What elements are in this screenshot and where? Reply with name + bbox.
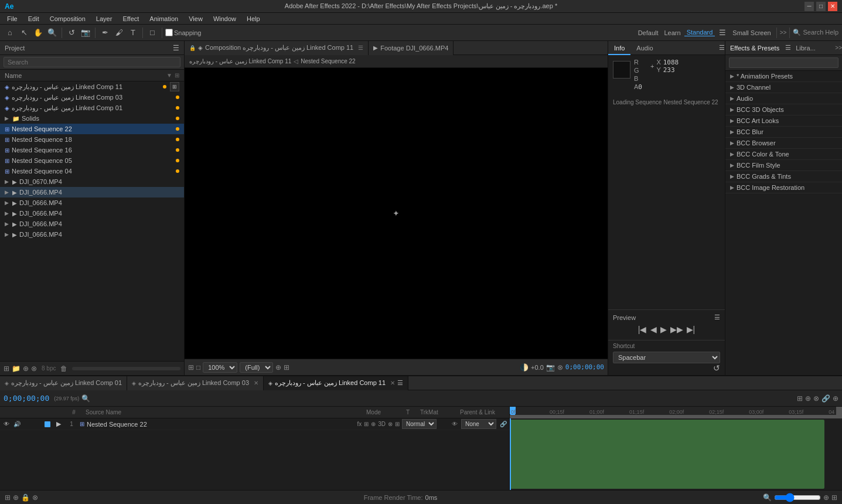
viewer-roi-btn[interactable]: □: [196, 363, 200, 372]
viewer-tab-comp-close[interactable]: ☰: [358, 45, 363, 51]
project-item-dji0666-2[interactable]: ▶ ▶ DJI_0666.MP4: [0, 208, 184, 219]
tl-footer-btn-4[interactable]: ⊗: [32, 493, 38, 502]
tl-search-btn[interactable]: 🔍: [81, 394, 90, 403]
viewer-exposure-btn[interactable]: 🌓: [520, 363, 529, 372]
layer-name-0[interactable]: Nested Sequence 22: [87, 421, 354, 428]
preview-play-btn[interactable]: ▶: [660, 325, 667, 334]
layer-vis-0[interactable]: 👁: [2, 420, 11, 428]
layer-solo-0[interactable]: [23, 420, 32, 428]
hand-tool[interactable]: ✋: [32, 26, 45, 39]
shortcut-select[interactable]: Spacebar: [613, 352, 720, 363]
project-item-2[interactable]: ◈ زمین عباس - رودبارچره Linked Comp 01: [0, 103, 184, 113]
viewer-tab-comp[interactable]: 🔒 ◈ Composition زمین عباس - رودبارچره Li…: [185, 41, 369, 55]
preview-fwd-btn[interactable]: ▶▶: [670, 325, 683, 334]
project-item-ns04[interactable]: ⊞ Nested Sequence 04: [0, 166, 184, 176]
project-deps[interactable]: ⊗: [31, 365, 37, 373]
effects-expand-btn[interactable]: >>: [835, 45, 842, 51]
tl-expand-btn[interactable]: ⊞: [831, 493, 837, 502]
tl-footer-btn-2[interactable]: ⊕: [13, 493, 19, 502]
pen-tool[interactable]: ✒: [98, 26, 111, 39]
effects-cat-3d[interactable]: ▶ 3D Channel: [725, 82, 842, 93]
close-button[interactable]: ✕: [828, 2, 837, 11]
menu-composition[interactable]: Composition: [45, 14, 90, 23]
tl-tool-5[interactable]: ⊕: [833, 394, 838, 403]
layer-effects-0[interactable]: fx: [357, 421, 362, 427]
project-item-dji0670[interactable]: ▶ ▶ DJI_0670.MP4: [0, 176, 184, 187]
project-search-input[interactable]: [4, 57, 180, 67]
layer-adj-0[interactable]: ⊕: [371, 421, 376, 427]
layer-audio-0[interactable]: 🔊: [13, 420, 21, 428]
workspace-menu[interactable]: ☰: [716, 26, 729, 39]
rotate-tool[interactable]: ↺: [65, 26, 78, 39]
effects-cat-bccbrowser[interactable]: ▶ BCC Browser: [725, 138, 842, 149]
layer-expand-0[interactable]: ▶: [54, 420, 63, 428]
menu-animation[interactable]: Animation: [145, 14, 183, 23]
project-new-comp[interactable]: ⊞: [4, 365, 9, 373]
menu-edit[interactable]: Edit: [23, 14, 44, 23]
quality-select[interactable]: (Full) (Half): [240, 362, 273, 373]
viewer-grid-btn[interactable]: ⊞: [284, 363, 289, 372]
expand-btn[interactable]: >>: [780, 29, 787, 36]
project-item-ns05[interactable]: ⊞ Nested Sequence 05: [0, 155, 184, 166]
effects-cat-bccart[interactable]: ▶ BCC Art Looks: [725, 115, 842, 127]
workspace-standard[interactable]: Standard: [684, 29, 715, 36]
timeline-tab-2[interactable]: ◈ زمین عباس - رودبارچره Linked Comp 11 ✕…: [264, 376, 408, 390]
effects-cat-bccgrads[interactable]: ▶ BCC Grads & Tints: [725, 171, 842, 182]
tl-tool-2[interactable]: ⊕: [805, 394, 811, 403]
layer-label-0[interactable]: [45, 421, 50, 427]
effects-tab-library[interactable]: Libra...: [791, 41, 820, 55]
menu-help[interactable]: Help: [242, 14, 265, 23]
info-tab-audio[interactable]: Audio: [630, 41, 659, 55]
timeline-tab-0[interactable]: ◈ زمین عباس - رودبارچره Linked Comp 01: [0, 376, 127, 390]
home-button[interactable]: ⌂: [4, 26, 16, 39]
maximize-button[interactable]: □: [816, 2, 826, 11]
viewer-view-btn[interactable]: ⊕: [275, 363, 281, 372]
project-item-1[interactable]: ◈ زمین عباس - رودبارچره Linked Comp 03: [0, 92, 184, 103]
menu-effect[interactable]: Effect: [118, 14, 144, 23]
workspace-default[interactable]: Default: [636, 29, 661, 36]
camera-tool[interactable]: 📷: [79, 26, 92, 39]
tl-timecode[interactable]: 0;00;00;00: [4, 394, 49, 403]
project-delete[interactable]: 🗑: [60, 365, 67, 373]
breadcrumb-nested[interactable]: Nested Sequence 22: [301, 58, 355, 64]
viewer-tab-footage[interactable]: ▶ Footage DJI_0666.MP4: [369, 41, 454, 55]
project-item-dji0666-3[interactable]: ▶ ▶ DJI_0666.MP4: [0, 219, 184, 229]
effects-cat-bcc3d[interactable]: ▶ BCC 3D Objects: [725, 104, 842, 115]
tl-zoom-in[interactable]: ⊕: [823, 493, 829, 502]
effects-cat-audio[interactable]: ▶ Audio: [725, 93, 842, 104]
item-options-0[interactable]: ⊞: [170, 82, 179, 91]
composition-area[interactable]: ✦: [185, 68, 608, 359]
tl-tab-close-1[interactable]: ✕: [254, 380, 258, 386]
project-item-dji0666-4[interactable]: ▶ ▶ DJI_0666.MP4: [0, 229, 184, 240]
effects-cat-bccfilm[interactable]: ▶ BCC Film Style: [725, 160, 842, 171]
effects-cat-animation[interactable]: ▶ * Animation Presets: [725, 71, 842, 82]
col-thumb-btn[interactable]: ⊞: [175, 72, 179, 79]
layer-btn-5[interactable]: ⊗: [388, 421, 393, 427]
layer-3d-0[interactable]: 3D: [378, 421, 386, 427]
info-menu-btn[interactable]: ☰: [719, 44, 725, 52]
layer-parent-select-0[interactable]: None: [461, 419, 496, 429]
track-clip-0[interactable]: [510, 420, 824, 489]
tl-tool-3[interactable]: ⊗: [813, 394, 819, 403]
col-sort-btn[interactable]: ▼: [166, 72, 172, 79]
project-folder[interactable]: 📁: [12, 365, 21, 373]
tl-tool-4[interactable]: 🔗: [821, 394, 830, 403]
info-tab-info[interactable]: Info: [608, 41, 630, 55]
project-item-dji0666-0[interactable]: ▶ ▶ DJI_0666.MP4: [0, 187, 184, 197]
tl-tab-menu-2[interactable]: ☰: [397, 379, 403, 387]
project-item-ns22[interactable]: ⊞ Nested Sequence 22: [0, 124, 184, 134]
tl-zoom-slider[interactable]: [774, 493, 821, 502]
menu-window[interactable]: Window: [209, 14, 241, 23]
effects-cat-bcccolor[interactable]: ▶ BCC Color & Tone: [725, 149, 842, 160]
layer-mode-select-0[interactable]: Normal: [402, 419, 437, 429]
snapping-toggle[interactable]: [165, 29, 173, 36]
effects-menu-btn[interactable]: ☰: [785, 44, 791, 52]
layer-btn-6[interactable]: ⊞: [395, 421, 400, 427]
viewer-timecode[interactable]: 0;00;00;00: [565, 363, 604, 371]
workspace-learn[interactable]: Learn: [662, 29, 683, 36]
project-item-ns16[interactable]: ⊞ Nested Sequence 16: [0, 145, 184, 155]
menu-layer[interactable]: Layer: [91, 14, 117, 23]
tl-tab-close-2[interactable]: ✕: [390, 380, 395, 386]
tl-tool-1[interactable]: ⊞: [797, 394, 803, 403]
project-menu-btn[interactable]: ☰: [173, 44, 179, 52]
